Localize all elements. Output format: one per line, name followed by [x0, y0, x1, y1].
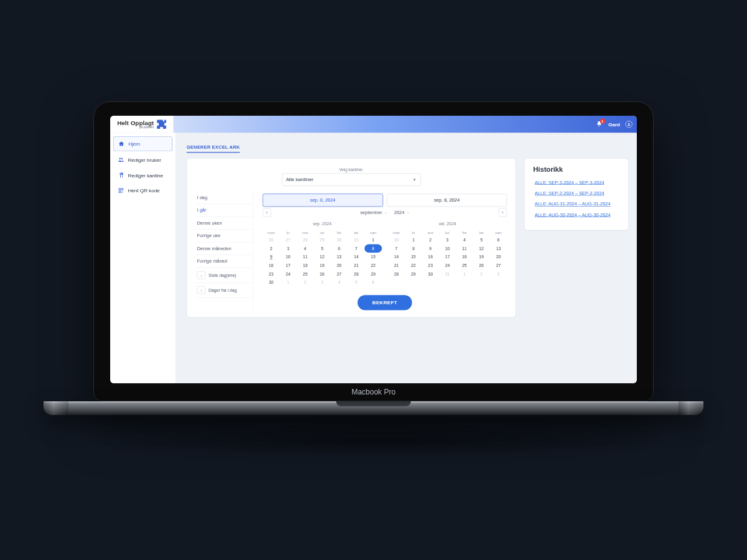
calendar-day[interactable]: 8 [365, 244, 382, 253]
calendar-day[interactable]: 4 [297, 244, 314, 253]
calendar-day[interactable]: 30 [422, 269, 439, 278]
calendar-day[interactable]: 29 [405, 269, 421, 278]
calendar-day[interactable]: 26 [473, 261, 490, 270]
calendar-day[interactable]: 6 [490, 236, 507, 245]
calendar-day[interactable]: 30 [331, 236, 347, 245]
notifications-button[interactable]: 1 [596, 121, 603, 128]
calendar-day[interactable]: 2 [422, 236, 439, 245]
calendar-day[interactable]: 24 [439, 261, 456, 270]
preset-last-month[interactable]: Forrige måned [195, 255, 253, 268]
calendar-day[interactable]: 3 [280, 244, 296, 253]
calendar-day[interactable]: 21 [388, 261, 405, 270]
calendar-day[interactable]: 27 [331, 269, 347, 278]
preset-today[interactable]: I dag [195, 192, 253, 204]
calendar-day[interactable]: 16 [422, 253, 439, 261]
calendar-day[interactable]: 9 [263, 253, 280, 261]
preset-days-from-today[interactable]: - Dager fra i dag [195, 282, 253, 297]
calendar-day[interactable]: 27 [490, 261, 507, 270]
calendar-day[interactable]: 15 [365, 253, 382, 261]
preset-last-n-days[interactable]: - Siste dag(ene) [195, 268, 253, 282]
calendar-day[interactable]: 3 [439, 236, 456, 245]
end-date-field[interactable]: sep. 8, 2024 [387, 194, 507, 207]
calendar-day[interactable]: 24 [280, 269, 296, 278]
preset-last-week[interactable]: Forrige uke [195, 230, 253, 242]
n-input[interactable]: - [197, 286, 206, 294]
cal-next[interactable]: › [499, 208, 507, 217]
history-link[interactable]: ALLE: AUG-31-2024 – AUG-31-2024 [535, 202, 619, 207]
calendar-day[interactable]: 20 [331, 261, 347, 270]
calendar-day[interactable]: 25 [297, 269, 314, 278]
calendar-day[interactable]: 28 [388, 269, 405, 278]
calendar-day[interactable]: 22 [365, 261, 382, 270]
calendar-day[interactable]: 1 [280, 278, 296, 287]
calendar-day[interactable]: 30 [263, 278, 280, 287]
preset-this-month[interactable]: Denne måneden [195, 242, 253, 254]
calendar-day[interactable]: 1 [365, 236, 382, 245]
calendar-day[interactable]: 3 [314, 278, 331, 287]
preset-yesterday[interactable]: I går [195, 204, 253, 217]
user-menu[interactable] [626, 121, 632, 128]
calendar-day[interactable]: 3 [490, 269, 507, 278]
calendar-day[interactable]: 8 [405, 244, 421, 253]
calendar-day[interactable]: 29 [365, 269, 382, 278]
calendar-day[interactable]: 14 [348, 253, 365, 261]
calendar-day[interactable]: 13 [490, 244, 507, 253]
calendar-day[interactable]: 18 [297, 261, 314, 270]
calendar-day[interactable]: 5 [473, 236, 490, 245]
history-link[interactable]: ALLE: AUG-30-2024 – AUG-30-2024 [535, 212, 619, 218]
calendar-day[interactable]: 22 [405, 261, 421, 270]
calendar-day[interactable]: 10 [280, 253, 296, 261]
calendar-day[interactable]: 26 [314, 269, 331, 278]
calendar-day[interactable]: 31 [439, 269, 456, 278]
start-date-field[interactable]: sep. 8, 2024 [263, 194, 383, 207]
calendar-day[interactable]: 25 [456, 261, 472, 270]
calendar-day[interactable]: 12 [314, 253, 331, 261]
calendar-day[interactable]: 20 [490, 253, 507, 261]
n-input[interactable]: - [197, 271, 206, 279]
calendar-day[interactable]: 15 [405, 253, 421, 261]
calendar-day[interactable]: 19 [314, 261, 331, 270]
calendar-day[interactable]: 9 [422, 244, 439, 253]
calendar-day[interactable]: 17 [439, 253, 456, 261]
calendar-day[interactable]: 10 [439, 244, 456, 253]
calendar-day[interactable]: 1 [456, 269, 472, 278]
calendar-day[interactable]: 7 [348, 244, 365, 253]
sidebar-item-qr[interactable]: Hent QR kode [113, 184, 172, 197]
calendar-day[interactable]: 4 [331, 278, 347, 287]
confirm-button[interactable]: BEKREFT [357, 295, 411, 310]
calendar-day[interactable]: 18 [456, 253, 472, 261]
calendar-day[interactable]: 28 [348, 269, 365, 278]
calendar-day[interactable]: 6 [365, 278, 382, 287]
canteen-select[interactable]: Alle kantiner ▼ [282, 173, 421, 185]
cal-prev[interactable]: ‹ [263, 208, 271, 217]
calendar-day[interactable]: 13 [331, 253, 347, 261]
year-select[interactable]: 2024 ⌄ [394, 210, 410, 215]
calendar-day[interactable]: 4 [456, 236, 472, 245]
calendar-day[interactable]: 28 [297, 236, 314, 245]
calendar-day[interactable]: 30 [388, 236, 405, 245]
calendar-day[interactable]: 5 [348, 278, 365, 287]
preset-this-week[interactable]: Denne uken [195, 217, 253, 229]
calendar-day[interactable]: 29 [314, 236, 331, 245]
calendar-day[interactable]: 16 [263, 261, 280, 270]
calendar-day[interactable]: 7 [388, 244, 405, 253]
tab-generate-excel[interactable]: GENERER EXCEL ARK [187, 142, 240, 152]
calendar-day[interactable]: 1 [405, 236, 421, 245]
calendar-day[interactable]: 21 [348, 261, 365, 270]
calendar-day[interactable]: 2 [297, 278, 314, 287]
calendar-day[interactable]: 26 [263, 236, 280, 245]
calendar-day[interactable]: 27 [280, 236, 296, 245]
calendar-day[interactable]: 2 [263, 244, 280, 253]
calendar-day[interactable]: 5 [314, 244, 331, 253]
calendar-day[interactable]: 12 [473, 244, 490, 253]
calendar-day[interactable]: 17 [280, 261, 296, 270]
calendar-day[interactable]: 11 [456, 244, 472, 253]
calendar-day[interactable]: 2 [473, 269, 490, 278]
history-link[interactable]: ALLE: SEP-3-2024 – SEP-3-2024 [535, 180, 619, 185]
calendar-day[interactable]: 23 [263, 269, 280, 278]
history-link[interactable]: ALLE: SEP-2-2024 – SEP-2-2024 [535, 190, 619, 196]
calendar-day[interactable]: 19 [473, 253, 490, 261]
calendar-day[interactable]: 23 [422, 261, 439, 270]
sidebar-item-edit-user[interactable]: Rediger bruker [113, 153, 172, 167]
calendar-day[interactable]: 31 [348, 236, 365, 245]
